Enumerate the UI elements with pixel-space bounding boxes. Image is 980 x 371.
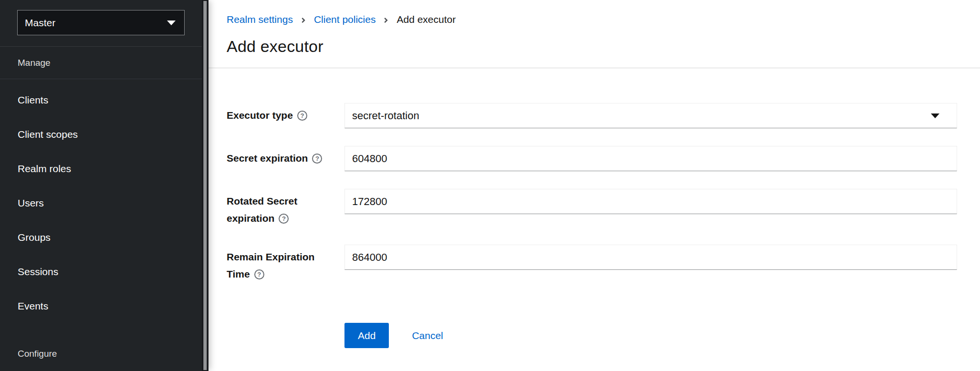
add-button[interactable]: Add bbox=[344, 323, 389, 348]
secret-expiration-input[interactable] bbox=[344, 146, 957, 171]
sidebar-item-users[interactable]: Users bbox=[0, 186, 202, 220]
remain-expiration-time-label-text: Remain Expiration Time bbox=[227, 251, 314, 279]
caret-down-icon bbox=[931, 113, 939, 118]
realm-selector-label: Master bbox=[25, 17, 55, 29]
executor-type-label-text: Executor type bbox=[227, 110, 293, 121]
page-title: Add executor bbox=[227, 37, 980, 56]
form-row-secret-expiration: Secret expiration bbox=[227, 146, 957, 171]
main-content: Realm settings Client policies Add execu… bbox=[209, 0, 980, 371]
sidebar-scrollbar[interactable] bbox=[202, 0, 209, 371]
sidebar-item-clients[interactable]: Clients bbox=[0, 83, 202, 117]
question-circle-icon[interactable] bbox=[297, 111, 307, 121]
sidebar-nav: Master Manage Clients Client scopes Real… bbox=[0, 0, 202, 371]
question-circle-icon[interactable] bbox=[254, 269, 264, 279]
nav-list: Clients Client scopes Realm roles Users … bbox=[0, 79, 202, 323]
breadcrumb-realm-settings[interactable]: Realm settings bbox=[227, 14, 293, 25]
remain-expiration-time-label: Remain Expiration Time bbox=[227, 245, 344, 283]
remain-expiration-time-control bbox=[344, 245, 957, 283]
form-row-rotated-secret-expiration: Rotated Secret expiration bbox=[227, 189, 957, 227]
remain-expiration-time-input[interactable] bbox=[344, 245, 957, 270]
secret-expiration-label: Secret expiration bbox=[227, 146, 344, 171]
rotated-secret-expiration-input[interactable] bbox=[344, 189, 957, 214]
app-root: Master Manage Clients Client scopes Real… bbox=[0, 0, 980, 371]
secret-expiration-control bbox=[344, 146, 957, 171]
sidebar: Master Manage Clients Client scopes Real… bbox=[0, 0, 209, 371]
question-circle-icon[interactable] bbox=[312, 154, 322, 164]
sidebar-scrollbar-thumb[interactable] bbox=[203, 1, 207, 370]
angle-right-icon bbox=[300, 16, 307, 24]
angle-right-icon bbox=[383, 16, 389, 24]
realm-selector[interactable]: Master bbox=[17, 10, 185, 35]
caret-down-icon bbox=[167, 21, 176, 25]
sidebar-item-events[interactable]: Events bbox=[0, 289, 202, 323]
nav-section-configure-label: Configure bbox=[18, 349, 57, 359]
breadcrumb-client-policies[interactable]: Client policies bbox=[314, 14, 376, 25]
executor-type-select[interactable]: secret-rotation bbox=[344, 103, 957, 128]
breadcrumb: Realm settings Client policies Add execu… bbox=[209, 0, 980, 25]
rotated-secret-expiration-label: Rotated Secret expiration bbox=[227, 189, 344, 227]
cancel-button[interactable]: Cancel bbox=[412, 330, 443, 341]
sidebar-item-client-scopes[interactable]: Client scopes bbox=[0, 117, 202, 152]
rotated-secret-expiration-control bbox=[344, 189, 957, 227]
nav-section-manage: Manage bbox=[0, 47, 202, 79]
form-row-remain-expiration-time: Remain Expiration Time bbox=[227, 245, 957, 283]
executor-type-select-value: secret-rotation bbox=[352, 110, 419, 122]
sidebar-item-groups[interactable]: Groups bbox=[0, 220, 202, 255]
sidebar-item-sessions[interactable]: Sessions bbox=[0, 255, 202, 289]
sidebar-item-realm-roles[interactable]: Realm roles bbox=[0, 152, 202, 186]
form-row-executor-type: Executor type secret-rotation bbox=[227, 103, 957, 128]
breadcrumb-current: Add executor bbox=[396, 14, 456, 25]
add-executor-form: Executor type secret-rotation Secret exp… bbox=[209, 68, 980, 348]
executor-type-label: Executor type bbox=[227, 103, 344, 128]
nav-section-configure: Configure bbox=[0, 338, 202, 370]
question-circle-icon[interactable] bbox=[279, 214, 289, 224]
form-actions: Add Cancel bbox=[344, 323, 957, 348]
secret-expiration-label-text: Secret expiration bbox=[227, 153, 308, 164]
nav-section-manage-label: Manage bbox=[18, 58, 51, 68]
executor-type-control: secret-rotation bbox=[344, 103, 957, 128]
